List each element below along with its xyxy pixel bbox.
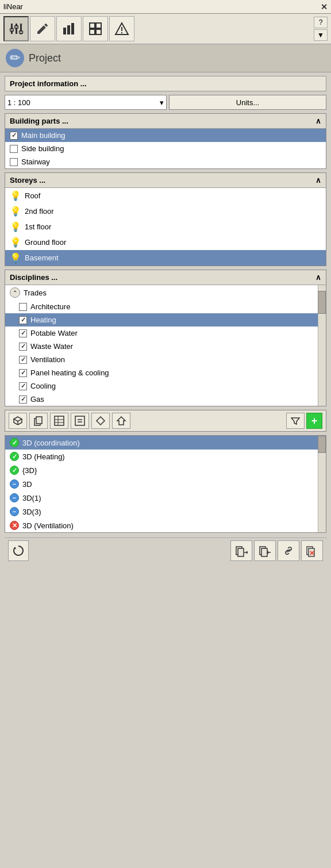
grid-toolbar-btn[interactable] [83, 16, 108, 41]
trades-group[interactable]: ⌃ Trades [5, 285, 318, 300]
checkbox-potable-water[interactable] [19, 329, 27, 337]
box-btn[interactable] [9, 413, 27, 429]
building-parts-list: Main building Side building Stairway [5, 129, 326, 168]
house-btn[interactable] [112, 413, 130, 429]
app-title: liNear [3, 2, 23, 11]
list-item[interactable]: Gas [5, 393, 318, 406]
filter-icon [291, 416, 300, 425]
svg-rect-1 [11, 30, 13, 34]
pencil-icon [36, 22, 49, 36]
disciplines-collapse-icon[interactable]: ∧ [315, 273, 321, 282]
view-item[interactable]: − 3D(3) [5, 505, 326, 519]
list-item[interactable]: Potable Water [5, 327, 318, 340]
checkbox-heating[interactable] [19, 316, 27, 324]
view-item[interactable]: ✓ 3D (coordination) ∧ [5, 436, 326, 450]
svg-rect-20 [36, 417, 42, 424]
list-item[interactable]: 💡 Basement [5, 250, 326, 266]
checkbox-stairway[interactable] [10, 158, 18, 166]
checkbox-waste-water[interactable] [19, 343, 27, 351]
scale-row: 1 : 100 ▾ Units... [5, 95, 326, 110]
checkbox-cooling[interactable] [19, 382, 27, 390]
delete-btn[interactable] [301, 540, 323, 561]
disciplines-panel: Disciplines ... ∧ ⌃ Trades Architecture … [5, 270, 326, 406]
checkbox-architecture[interactable] [19, 303, 27, 311]
view-item[interactable]: ✕ 3D (Ventilation) [5, 519, 326, 532]
diamond-icon [95, 416, 106, 426]
building-parts-collapse-icon[interactable]: ∧ [315, 117, 321, 125]
help-btn[interactable]: ? [314, 17, 328, 28]
list-item[interactable]: Stairway [5, 155, 326, 168]
table-icon [54, 416, 64, 426]
units-button[interactable]: Units... [169, 95, 326, 110]
scroll-track[interactable] [318, 285, 326, 406]
view-toolbar: + [5, 410, 326, 432]
status-icon-blue: − [10, 479, 19, 489]
refresh-btn[interactable] [8, 540, 29, 561]
list-item[interactable]: Ventilation [5, 353, 318, 366]
checkbox-side-building[interactable] [10, 145, 18, 153]
list-item[interactable]: 💡 Roof [5, 188, 326, 203]
box-icon [13, 416, 23, 426]
header-icon: ✏ [6, 49, 24, 67]
import2-btn[interactable] [254, 540, 276, 561]
storeys-header: Storeys ... ∧ [5, 173, 326, 188]
main-content: Project information ... 1 : 100 ▾ Units.… [0, 72, 331, 567]
checkbox-panel-heating[interactable] [19, 369, 27, 377]
storeys-collapse-icon[interactable]: ∧ [315, 176, 321, 185]
import1-btn[interactable] [230, 540, 252, 561]
svg-marker-34 [247, 551, 248, 554]
list-item[interactable]: Main building [5, 129, 326, 142]
refresh-icon [12, 544, 25, 557]
list-item[interactable]: Panel heating & cooling [5, 366, 318, 379]
view-scroll-track[interactable] [318, 436, 326, 532]
table-btn[interactable] [50, 413, 68, 429]
svg-rect-14 [90, 29, 95, 34]
settings-toolbar-btn[interactable] [3, 16, 29, 41]
chart-toolbar-btn[interactable] [56, 16, 82, 41]
checkbox-gas[interactable] [19, 395, 27, 404]
scroll-thumb[interactable] [318, 291, 326, 314]
svg-rect-9 [63, 28, 66, 34]
bulb-icon: 💡 [10, 252, 21, 263]
views-panel: ✓ 3D (coordination) ∧ ✓ 3D (Heating) ✓ {… [5, 435, 326, 533]
close-button[interactable]: ✕ [321, 2, 328, 11]
link-icon [282, 544, 295, 557]
view-item[interactable]: ✓ {3D} [5, 463, 326, 477]
footer [5, 537, 326, 563]
list-item[interactable]: Waste Water [5, 340, 318, 353]
dropdown-btn[interactable]: ▼ [314, 29, 328, 41]
bulb-icon: 💡 [10, 237, 21, 248]
list-item[interactable]: Heating [5, 313, 318, 327]
edit2-btn[interactable] [71, 413, 89, 429]
scale-dropdown[interactable]: 1 : 100 ▾ [5, 95, 167, 110]
add-view-btn[interactable]: + [306, 413, 322, 429]
edit-toolbar-btn[interactable] [30, 16, 55, 41]
status-icon-green: ✓ [10, 466, 19, 475]
view-scroll-thumb[interactable] [318, 436, 326, 453]
list-item[interactable]: Cooling [5, 379, 318, 393]
warning-toolbar-btn[interactable] [109, 16, 134, 41]
disciplines-body: ⌃ Trades Architecture Heating Potable Wa… [5, 285, 326, 406]
view-item[interactable]: − 3D(1) [5, 491, 326, 505]
view-item[interactable]: − 3D [5, 477, 326, 491]
checkbox-main-building[interactable] [10, 132, 18, 140]
building-parts-header: Building parts ... ∧ [5, 114, 326, 129]
list-item[interactable]: 💡 Ground floor [5, 235, 326, 250]
view-item[interactable]: ✓ 3D (Heating) [5, 450, 326, 463]
copy-btn[interactable] [29, 413, 48, 429]
checkbox-ventilation[interactable] [19, 356, 27, 364]
disciplines-header: Disciplines ... ∧ [5, 270, 326, 285]
svg-rect-15 [96, 29, 101, 34]
trades-expand[interactable]: ⌃ [10, 287, 20, 298]
list-item[interactable]: Side building [5, 142, 326, 155]
title-bar: liNear ✕ [0, 0, 331, 14]
list-item[interactable]: Architecture [5, 300, 318, 313]
link-btn[interactable] [278, 540, 299, 561]
filter-btn[interactable] [286, 413, 305, 429]
project-info-button[interactable]: Project information ... [5, 76, 326, 91]
list-item[interactable]: 💡 2nd floor [5, 203, 326, 219]
diamond-btn[interactable] [91, 413, 110, 429]
list-item[interactable]: 💡 1st floor [5, 219, 326, 235]
status-icon-green: ✓ [10, 438, 19, 447]
main-toolbar: ? ▼ [0, 14, 331, 44]
